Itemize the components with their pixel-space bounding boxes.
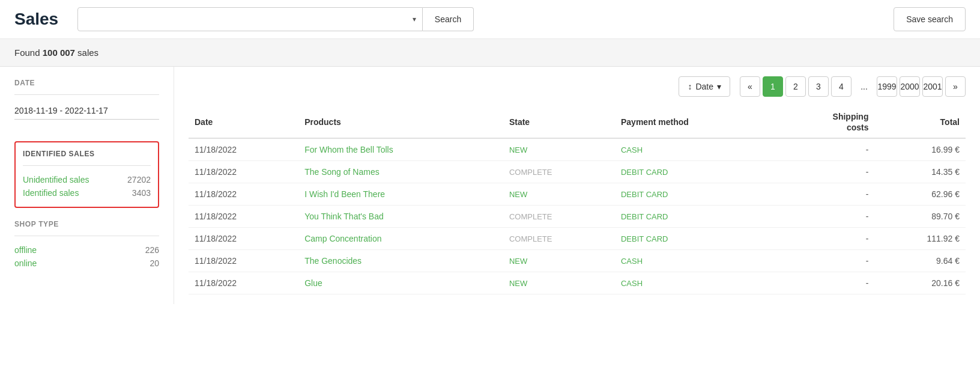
col-total: Total bbox=[874, 106, 966, 138]
page-2000-button[interactable]: 2000 bbox=[900, 76, 920, 97]
table-area: ↕ Date ▾ « 1 2 3 4 ... 1999 2000 2001 » … bbox=[174, 67, 980, 304]
page-prev-button[interactable]: « bbox=[740, 76, 760, 97]
search-container: ▾ Search bbox=[77, 7, 474, 31]
online-count: 20 bbox=[150, 258, 159, 268]
row-state: NEW bbox=[503, 272, 615, 294]
sort-label: Date bbox=[695, 82, 713, 91]
sidebar: DATE IDENTIFIED SALES Unidentified sales… bbox=[0, 67, 174, 304]
results-bar: Found 100 007 sales bbox=[0, 39, 980, 67]
page-ellipsis: ... bbox=[854, 76, 874, 97]
search-button[interactable]: Search bbox=[423, 7, 474, 31]
sort-arrow: ▾ bbox=[717, 82, 721, 91]
row-state: COMPLETE bbox=[503, 228, 615, 250]
search-dropdown-arrow: ▾ bbox=[413, 15, 416, 23]
table-header-row: Date Products State Payment method Shipp… bbox=[189, 106, 966, 138]
row-product[interactable]: I Wish I'd Been There bbox=[298, 183, 503, 206]
row-shipping: - bbox=[777, 183, 874, 206]
row-state: NEW bbox=[503, 183, 615, 206]
row-shipping: - bbox=[777, 272, 874, 294]
row-state: NEW bbox=[503, 250, 615, 272]
date-filter-label: DATE bbox=[14, 79, 159, 87]
table-row: 11/18/2022 Glue NEW CASH - 20.16 € bbox=[189, 272, 966, 294]
row-product[interactable]: The Song of Names bbox=[298, 161, 503, 183]
divider2 bbox=[23, 165, 151, 166]
row-payment: DEBIT CARD bbox=[615, 206, 777, 228]
identified-sales-box: IDENTIFIED SALES Unidentified sales 2720… bbox=[14, 141, 159, 208]
results-count: 100 007 bbox=[43, 47, 75, 58]
row-payment: CASH bbox=[615, 138, 777, 161]
row-total: 89.70 € bbox=[874, 206, 966, 228]
col-products: Products bbox=[298, 106, 503, 138]
page-2001-button[interactable]: 2001 bbox=[922, 76, 943, 97]
sales-table: Date Products State Payment method Shipp… bbox=[189, 106, 966, 294]
search-input-wrapper[interactable]: ▾ bbox=[77, 7, 423, 31]
row-shipping: - bbox=[777, 138, 874, 161]
table-row: 11/18/2022 The Song of Names COMPLETE DE… bbox=[189, 161, 966, 183]
page-next-button[interactable]: » bbox=[945, 76, 966, 97]
row-product[interactable]: For Whom the Bell Tolls bbox=[298, 138, 503, 161]
page-title: Sales bbox=[14, 10, 58, 29]
row-state: COMPLETE bbox=[503, 206, 615, 228]
row-shipping: - bbox=[777, 206, 874, 228]
pagination-row: ↕ Date ▾ « 1 2 3 4 ... 1999 2000 2001 » bbox=[189, 76, 966, 97]
identified-sales-count: 3403 bbox=[132, 188, 151, 198]
identified-sales-label: Identified sales bbox=[23, 188, 79, 198]
row-payment: DEBIT CARD bbox=[615, 228, 777, 250]
unidentified-sales-count: 27202 bbox=[127, 175, 151, 185]
page-1999-button[interactable]: 1999 bbox=[877, 76, 897, 97]
col-shipping: Shippingcosts bbox=[777, 106, 874, 138]
row-total: 9.64 € bbox=[874, 250, 966, 272]
results-suffix: sales bbox=[75, 47, 98, 58]
row-state: NEW bbox=[503, 138, 615, 161]
unidentified-sales-label: Unidentified sales bbox=[23, 175, 89, 185]
page-4-button[interactable]: 4 bbox=[831, 76, 851, 97]
row-state: COMPLETE bbox=[503, 161, 615, 183]
offline-label: offline bbox=[14, 245, 37, 255]
row-product[interactable]: Glue bbox=[298, 272, 503, 294]
table-row: 11/18/2022 For Whom the Bell Tolls NEW C… bbox=[189, 138, 966, 161]
row-product[interactable]: Camp Concentration bbox=[298, 228, 503, 250]
page-3-button[interactable]: 3 bbox=[808, 76, 829, 97]
online-label: online bbox=[14, 258, 37, 268]
date-range-input[interactable] bbox=[14, 102, 159, 120]
row-date: 11/18/2022 bbox=[189, 272, 298, 294]
header: Sales ▾ Search Save search bbox=[0, 0, 980, 39]
row-product[interactable]: You Think That's Bad bbox=[298, 206, 503, 228]
page-1-button[interactable]: 1 bbox=[763, 76, 783, 97]
row-date: 11/18/2022 bbox=[189, 250, 298, 272]
row-total: 111.92 € bbox=[874, 228, 966, 250]
row-product[interactable]: The Genocides bbox=[298, 250, 503, 272]
main-content: DATE IDENTIFIED SALES Unidentified sales… bbox=[0, 67, 980, 304]
row-payment: DEBIT CARD bbox=[615, 183, 777, 206]
row-payment: CASH bbox=[615, 250, 777, 272]
page-2-button[interactable]: 2 bbox=[785, 76, 806, 97]
row-date: 11/18/2022 bbox=[189, 138, 298, 161]
row-date: 11/18/2022 bbox=[189, 206, 298, 228]
col-date: Date bbox=[189, 106, 298, 138]
row-date: 11/18/2022 bbox=[189, 183, 298, 206]
row-shipping: - bbox=[777, 161, 874, 183]
save-search-button[interactable]: Save search bbox=[894, 7, 966, 31]
identified-sales-title: IDENTIFIED SALES bbox=[23, 150, 151, 158]
col-state: State bbox=[503, 106, 615, 138]
offline-count: 226 bbox=[145, 245, 159, 255]
row-shipping: - bbox=[777, 250, 874, 272]
row-payment: CASH bbox=[615, 272, 777, 294]
row-date: 11/18/2022 bbox=[189, 161, 298, 183]
row-date: 11/18/2022 bbox=[189, 228, 298, 250]
row-total: 62.96 € bbox=[874, 183, 966, 206]
shop-type-section: SHOP TYPE offline 226 online 20 bbox=[14, 220, 159, 270]
table-row: 11/18/2022 Camp Concentration COMPLETE D… bbox=[189, 228, 966, 250]
date-filter-section: DATE bbox=[14, 79, 159, 129]
row-total: 20.16 € bbox=[874, 272, 966, 294]
unidentified-sales-item[interactable]: Unidentified sales 27202 bbox=[23, 173, 151, 186]
row-total: 16.99 € bbox=[874, 138, 966, 161]
shop-type-label: SHOP TYPE bbox=[14, 220, 159, 228]
offline-item[interactable]: offline 226 bbox=[14, 243, 159, 257]
identified-sales-item[interactable]: Identified sales 3403 bbox=[23, 186, 151, 200]
row-total: 14.35 € bbox=[874, 161, 966, 183]
online-item[interactable]: online 20 bbox=[14, 257, 159, 270]
table-row: 11/18/2022 I Wish I'd Been There NEW DEB… bbox=[189, 183, 966, 206]
divider bbox=[14, 94, 159, 95]
sort-button[interactable]: ↕ Date ▾ bbox=[679, 76, 730, 97]
